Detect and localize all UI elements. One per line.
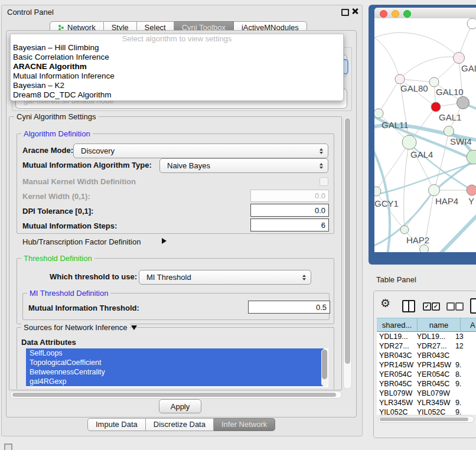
tab-impute-data[interactable]: Impute Data bbox=[87, 418, 146, 431]
column-header[interactable]: shared... bbox=[377, 318, 418, 332]
table-cell: YER054C bbox=[377, 370, 415, 379]
settings-vertical-scrollbar[interactable] bbox=[343, 116, 352, 389]
aracne-mode-label: Aracne Mode: bbox=[22, 146, 73, 155]
table-hscrollbar-thumb[interactable] bbox=[380, 418, 468, 421]
table-cell: YDR27... bbox=[377, 341, 415, 351]
expand-right-icon[interactable] bbox=[162, 238, 167, 244]
list-item[interactable]: BetweennessCentrality bbox=[26, 367, 324, 377]
which-threshold-label: Which threshold to use: bbox=[50, 272, 137, 281]
table-row[interactable]: YER054CYER054C8. bbox=[377, 370, 476, 379]
table-row[interactable]: YBR045CYBR045C9. bbox=[377, 379, 476, 389]
settings-hscrollbar-thumb[interactable] bbox=[12, 393, 336, 397]
network-node-gray[interactable] bbox=[457, 97, 470, 109]
network-node[interactable] bbox=[420, 245, 429, 253]
network-node[interactable] bbox=[374, 187, 381, 196]
network-node[interactable] bbox=[467, 150, 476, 164]
which-threshold-combobox[interactable]: MI Threshold bbox=[139, 270, 311, 285]
table-row[interactable]: YBL079WYBL079W bbox=[377, 389, 476, 398]
network-node[interactable] bbox=[467, 18, 476, 29]
table-cell: 12 bbox=[454, 341, 476, 351]
table-row[interactable]: YDR27...YDR27...12 bbox=[377, 341, 476, 351]
dock-panel-icon[interactable] bbox=[4, 444, 12, 450]
manual-kernel-label: Manual Kernel Width Definition bbox=[22, 177, 136, 186]
list-vertical-scrollbar[interactable] bbox=[321, 349, 328, 386]
table-row[interactable]: YPR145WYPR145W9. bbox=[377, 360, 476, 370]
network-node[interactable] bbox=[429, 185, 440, 196]
table-row[interactable]: YBR043CYBR043C bbox=[377, 351, 476, 360]
apply-button[interactable]: Apply bbox=[159, 399, 201, 413]
dpi-tolerance-field[interactable]: 0.0 bbox=[250, 204, 329, 217]
mi-type-value: Naive Bayes bbox=[167, 161, 210, 170]
float-window-icon[interactable] bbox=[341, 9, 349, 16]
algorithm-placeholder: Select algorithm to view settings bbox=[11, 34, 343, 43]
tab-discretize-data[interactable]: Discretize Data bbox=[146, 418, 214, 431]
algorithm-option[interactable]: Bayesian – K2 bbox=[11, 81, 343, 90]
table-row[interactable]: YDL19...YDL19...13 bbox=[377, 332, 476, 341]
which-threshold-value: MI Threshold bbox=[146, 273, 191, 282]
hub-definition-label[interactable]: Hub/Transcription Factor Definition bbox=[22, 237, 141, 246]
table-function-icon[interactable] bbox=[470, 298, 476, 314]
network-node[interactable] bbox=[374, 109, 383, 118]
apply-button-label: Apply bbox=[171, 402, 190, 411]
unchecked-checkbox-icon[interactable] bbox=[455, 302, 464, 311]
algorithm-option[interactable]: Bayesian – Hill Climbing bbox=[11, 43, 343, 53]
combobox-stepper-icon bbox=[319, 148, 323, 154]
list-item[interactable]: SelfLoops bbox=[26, 348, 324, 358]
table-cell: 8. bbox=[454, 370, 476, 379]
kernel-width-label: Kernel Width (0,1): bbox=[22, 192, 90, 201]
tab-infer-network[interactable]: Infer Network bbox=[214, 418, 275, 431]
zoom-traffic-light[interactable] bbox=[403, 10, 411, 18]
kernel-width-field[interactable]: 0.0 bbox=[250, 190, 329, 202]
network-canvas[interactable]: GAL7 GAL80 GAL10 GAL1 GAL11 SWI4 GAL4 GC… bbox=[374, 18, 476, 252]
table-cell: 13 bbox=[454, 332, 476, 341]
network-node-salmon[interactable] bbox=[467, 185, 476, 195]
table-cell: YDL19... bbox=[415, 332, 454, 341]
list-item[interactable]: gal4RGexp bbox=[26, 377, 324, 386]
collapse-down-icon[interactable] bbox=[131, 325, 137, 330]
mi-type-combobox[interactable]: Naive Bayes bbox=[159, 158, 328, 173]
network-node[interactable] bbox=[400, 226, 409, 234]
columns-icon[interactable] bbox=[402, 300, 415, 312]
mi-threshold-field[interactable]: 0.5 bbox=[248, 301, 330, 314]
mi-threshold-group-title: MI Threshold Definition bbox=[27, 289, 110, 297]
node-label: HAP2 bbox=[406, 235, 429, 245]
network-window-titlebar[interactable] bbox=[374, 8, 476, 19]
table-cell: YLR345W bbox=[415, 398, 454, 407]
algorithm-option[interactable]: Dream8 DC_TDC Algorithm bbox=[11, 90, 343, 100]
close-icon[interactable] bbox=[351, 8, 358, 15]
table-cell: 9. bbox=[454, 360, 476, 370]
table-row[interactable]: YIL052CYIL052C9. bbox=[377, 407, 476, 415]
node-label: SWI4 bbox=[450, 136, 472, 146]
aracne-mode-combobox[interactable]: Discovery bbox=[73, 144, 328, 158]
network-node[interactable] bbox=[402, 135, 416, 149]
network-node[interactable] bbox=[444, 126, 454, 136]
algorithm-option[interactable]: Basic Correlation Inference bbox=[11, 53, 343, 62]
settings-vscrollbar-thumb[interactable] bbox=[345, 118, 350, 364]
table-horizontal-scrollbar[interactable] bbox=[378, 416, 474, 423]
node-label: GAL4 bbox=[410, 149, 433, 159]
checked-checkbox-icon[interactable]: ✓ bbox=[423, 302, 431, 311]
checked-checkbox-icon[interactable]: ✓ bbox=[432, 302, 440, 311]
algorithm-option[interactable]: Mutual Information Inference bbox=[11, 71, 343, 81]
algorithm-option-selected[interactable]: ARACNE Algorithm bbox=[11, 62, 343, 71]
network-node[interactable] bbox=[395, 74, 405, 84]
minimize-traffic-light[interactable] bbox=[392, 10, 399, 18]
table-cell: YPR145W bbox=[415, 360, 454, 370]
network-node-red[interactable] bbox=[431, 102, 441, 112]
threshold-definition-title: Threshold Definition bbox=[21, 255, 94, 262]
mi-steps-field[interactable]: 6 bbox=[250, 219, 329, 231]
bottom-tabbar: Impute Data Discretize Data Infer Networ… bbox=[87, 418, 275, 431]
network-node[interactable] bbox=[454, 53, 465, 64]
list-vscrollbar-thumb[interactable] bbox=[322, 350, 327, 379]
gear-icon[interactable]: ⚙ bbox=[380, 298, 390, 309]
unchecked-checkbox-icon[interactable] bbox=[446, 302, 455, 311]
close-traffic-light[interactable] bbox=[380, 10, 387, 18]
network-node[interactable] bbox=[429, 77, 439, 87]
column-header[interactable]: A bbox=[461, 318, 476, 332]
manual-kernel-checkbox[interactable] bbox=[319, 177, 328, 186]
table-row[interactable]: YLR345WYLR345W9. bbox=[377, 398, 476, 407]
settings-horizontal-scrollbar[interactable] bbox=[10, 391, 342, 399]
column-header[interactable]: name bbox=[418, 318, 461, 332]
list-item[interactable]: TopologicalCoefficient bbox=[26, 358, 324, 367]
table-body: YDL19...YDL19...13YDR27...YDR27...12YBR0… bbox=[377, 332, 476, 415]
